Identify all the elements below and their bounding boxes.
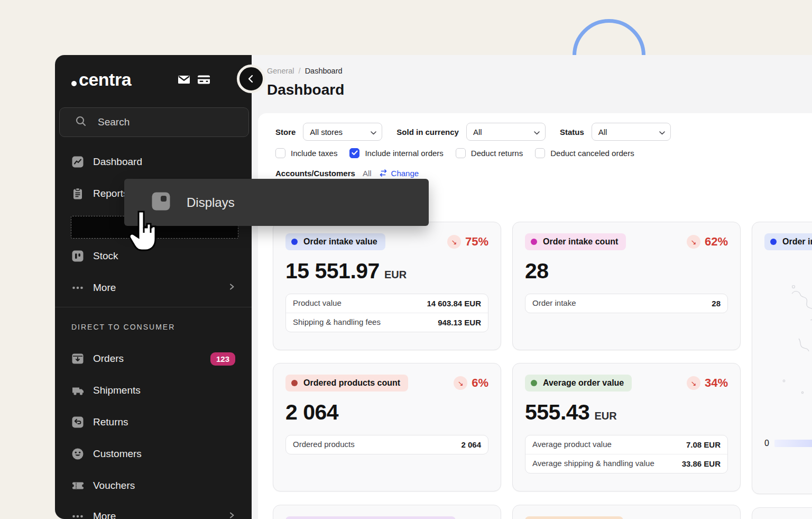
card-partial-left [273,505,501,519]
metric-badge: Order intake count [525,233,626,250]
currency-filter-label: Sold in currency [396,128,459,136]
sidebar-item-label: More [93,282,116,294]
sidebar-item-dashboard[interactable]: Dashboard [55,154,252,169]
section-label-direct-to-consumer: DIRECT TO CONSUMER [71,323,175,331]
metric-label: Order intake value [782,237,812,247]
card-order-intake-value: Order intake value ↘ 75% 15 551.97 EUR P… [273,222,501,350]
scale-gradient-bar [774,440,812,447]
breakdown-table: Ordered products 2 064 [285,435,488,454]
metric-badge: Ordered products count [285,375,408,391]
metric-value: 15 551.97 [285,259,380,284]
mail-icon[interactable] [177,73,190,86]
checkbox-deduct-returns[interactable]: Deduct returns [456,148,523,158]
clipboard-icon [71,187,84,200]
table-row: Shipping & handling fees 948.13 EUR [286,313,488,332]
orders-count-badge: 123 [210,352,235,366]
row-label: Ordered products [293,440,355,450]
card-partial-right [512,505,741,519]
delta-percent: 34% [705,376,728,390]
checkbox-deduct-canceled-orders[interactable]: Deduct canceled orders [535,148,634,158]
dots-icon [71,510,84,519]
map-color-scale: 0 [764,439,812,448]
swap-icon [379,169,387,177]
card-order-intake-map: Order intake value [752,222,812,494]
row-label: Order intake [532,298,576,308]
trend-down-icon: ↘ [687,376,700,390]
sidebar-item-label: Stock [93,250,118,262]
delta-indicator: ↘ 75% [447,235,488,249]
breakdown-table: Order intake 28 [525,294,728,313]
checkbox-label: Include taxes [291,149,337,158]
filter-checkboxes: Include taxes Include internal orders De… [275,147,634,159]
breakdown-table: Product value 14 603.84 EUR Shipping & h… [285,294,488,332]
trend-down-icon: ↘ [687,235,700,249]
trend-down-icon: ↘ [447,235,461,249]
sidebar-divider [55,307,252,307]
table-row: Product value 14 603.84 EUR [286,294,488,313]
delta-indicator: ↘ 62% [687,235,728,249]
metric-dot-icon [291,380,298,386]
sidebar-item-label: Orders [93,353,124,365]
sidebar-item-returns[interactable]: Returns [55,415,252,430]
sidebar-item-orders[interactable]: Orders 123 [55,351,252,366]
metric-dot-icon [531,380,537,386]
checkbox-box [275,148,285,158]
store-select[interactable]: All stores [303,123,382,141]
row-label: Shipping & handling fees [293,317,381,327]
metric-unit: EUR [594,410,616,422]
chevron-right-icon [228,512,235,519]
world-map [752,270,812,435]
metric-label: Order intake value [303,237,377,247]
table-row: Average shipping & handling value 33.86 … [525,454,727,473]
sidebar-collapse-button[interactable] [237,65,265,93]
delta-percent: 6% [472,376,488,390]
chevron-right-icon [228,283,235,293]
metric-badge: Average order value [525,375,632,391]
sidebar-item-vouchers[interactable]: Vouchers [55,478,252,493]
check-icon [352,150,358,156]
status-filter-label: Status [560,128,584,136]
app-window: centra Search Dashboard [55,55,812,519]
sidebar: centra Search Dashboard [55,55,252,519]
stock-icon [71,250,84,262]
checkbox-box [456,148,466,158]
sidebar-item-customers[interactable]: Customers [55,447,252,461]
sidebar-item-more[interactable]: More [55,280,252,295]
checkbox-include-taxes[interactable]: Include taxes [275,148,337,158]
table-row: Order intake 28 [525,294,727,313]
delta-indicator: ↘ 34% [687,376,728,390]
checkbox-box [535,148,545,158]
checkbox-include-internal-orders[interactable]: Include internal orders [349,148,443,158]
currency-select[interactable]: All [466,123,546,141]
metric-label: Average order value [543,378,624,388]
sidebar-item-shipments[interactable]: Shipments [55,383,252,398]
hand-cursor-icon [128,210,157,258]
search-placeholder: Search [98,116,130,128]
billing-card-icon[interactable] [197,73,209,86]
breadcrumb-general[interactable]: General [267,67,294,75]
status-select-value: All [598,128,607,136]
search-input[interactable]: Search [59,107,249,137]
checkbox-label: Deduct canceled orders [550,149,634,158]
breakdown-table: Average product value 7.08 EUR Average s… [525,435,728,474]
centra-logo: centra [71,69,131,90]
metric-value: 555.43 [525,400,589,425]
metric-label: Order intake count [543,237,618,247]
row-value: 948.13 EUR [438,318,481,327]
accounts-value: All [363,169,372,178]
metric-unit: EUR [384,269,407,281]
sidebar-item-more-dtc[interactable]: More [55,509,252,519]
row-label: Product value [293,298,342,308]
metric-value: 2 064 [285,400,338,425]
chart-icon [71,156,84,168]
row-value: 28 [712,299,721,308]
store-select-value: All stores [310,128,343,136]
checkbox-label: Deduct returns [471,149,523,158]
change-accounts-link[interactable]: Change [379,169,419,178]
metric-dot-icon [291,239,298,245]
dashboard-panel: Store All stores Sold in currency All St… [258,113,812,519]
order-box-icon [71,352,84,365]
status-select[interactable]: All [592,123,671,141]
dragged-item-displays[interactable]: Displays [124,179,429,226]
main-content: General / Dashboard Dashboard Store All … [252,55,812,519]
